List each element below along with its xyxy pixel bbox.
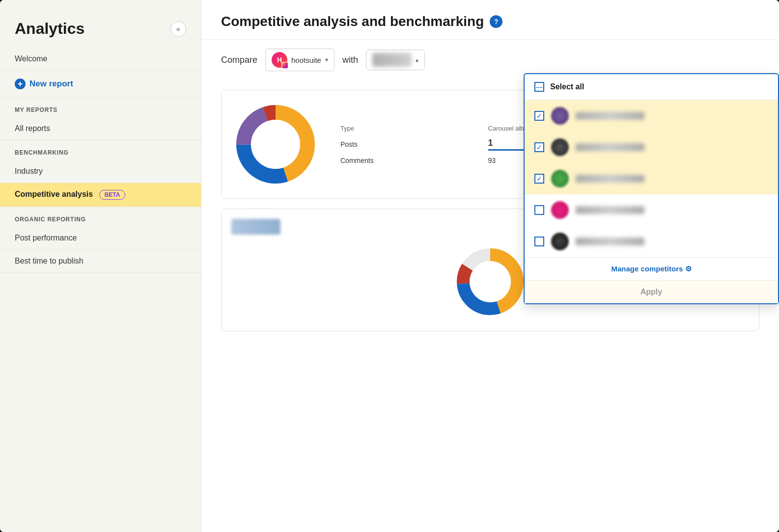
competitor-dropdown: — Select all ✓ ✓ <box>524 73 779 304</box>
checkbox-3[interactable]: ✓ <box>534 174 544 184</box>
with-label: with <box>342 55 358 65</box>
checkbox-4[interactable] <box>534 205 544 215</box>
sidebar-title: Analytics <box>15 20 84 38</box>
select-all-row[interactable]: — Select all <box>525 74 778 100</box>
competitor-avatar-3 <box>551 170 569 187</box>
sidebar-item-competitive-analysis[interactable]: Competitive analysis BETA <box>0 183 201 207</box>
chart-2-blurred-label <box>231 219 280 235</box>
dropdown-item-2[interactable]: ✓ <box>525 132 778 163</box>
svg-point-10 <box>470 261 511 302</box>
sidebar-title-area: Analytics « <box>0 15 201 48</box>
chevron-up-icon: ▴ <box>416 56 418 63</box>
row-label-posts: Posts <box>334 135 482 154</box>
main-content: Competitive analysis and benchmarking ? … <box>201 0 779 532</box>
checkbox-2[interactable]: ✓ <box>534 142 544 152</box>
manage-competitors-label: Manage competitors ⚙ <box>611 265 691 273</box>
col-type: Type <box>334 122 482 135</box>
page-title: Competitive analysis and benchmarking <box>221 14 484 29</box>
dropdown-item-1[interactable]: ✓ <box>525 100 778 132</box>
checkbox-1[interactable]: ✓ <box>534 111 544 121</box>
sidebar-item-new-report[interactable]: + New report <box>0 71 201 98</box>
competitor-avatar-5 <box>551 233 569 250</box>
sidebar-item-all-reports[interactable]: All reports <box>0 117 201 140</box>
sidebar-item-best-time[interactable]: Best time to publish <box>0 250 201 273</box>
competitor-name-1 <box>576 112 768 120</box>
main-header: Competitive analysis and benchmarking ? <box>201 0 779 40</box>
svg-point-5 <box>251 120 300 169</box>
competitor-avatar-4 <box>551 201 569 219</box>
apply-button[interactable]: Apply <box>640 288 662 296</box>
collapse-icon: « <box>176 25 180 33</box>
help-icon[interactable]: ? <box>490 15 502 28</box>
compare-bar: Compare H hootsuite ▾ with ▴ — Select al… <box>201 40 779 80</box>
competitor-name-3 <box>576 175 768 183</box>
new-report-icon: + <box>15 79 26 89</box>
section-header-benchmarking: BENCHMARKING <box>0 140 201 160</box>
competitor-name-4 <box>576 206 768 214</box>
sidebar: Analytics « Welcome + New report MY REPO… <box>0 0 201 532</box>
instagram-badge <box>281 62 288 69</box>
dropdown-items-list: ✓ ✓ ✓ <box>525 100 778 257</box>
apply-button-area: Apply <box>525 280 778 303</box>
account-selector[interactable]: H hootsuite ▾ <box>265 49 334 71</box>
competitor-avatar-blurred <box>372 53 412 67</box>
sidebar-item-post-performance[interactable]: Post performance <box>0 227 201 250</box>
select-all-label: Select all <box>550 82 584 91</box>
donut-chart-2 <box>446 242 534 321</box>
settings-icon: ⚙ <box>685 265 692 273</box>
beta-badge: BETA <box>99 190 126 200</box>
competitor-name-5 <box>576 238 768 245</box>
section-header-organic-reporting: ORGANIC REPORTING <box>0 207 201 227</box>
dropdown-item-5[interactable] <box>525 226 778 257</box>
sidebar-item-industry[interactable]: Industry <box>0 160 201 183</box>
competitor-selector[interactable]: ▴ <box>366 50 425 70</box>
account-avatar: H <box>272 52 287 68</box>
row-label-comments: Comments <box>334 154 482 167</box>
account-name: hootsuite <box>291 56 321 64</box>
checkbox-5[interactable] <box>534 237 544 246</box>
dropdown-item-4[interactable] <box>525 194 778 226</box>
sidebar-navigation: Welcome + New report MY REPORTS All repo… <box>0 48 201 517</box>
collapse-button[interactable]: « <box>170 21 186 37</box>
compare-label: Compare <box>221 55 257 65</box>
section-header-my-reports: MY REPORTS <box>0 98 201 117</box>
sidebar-item-welcome[interactable]: Welcome <box>0 48 201 71</box>
dropdown-item-3[interactable]: ✓ <box>525 163 778 194</box>
competitor-avatar-2 <box>551 138 569 156</box>
donut-chart-1 <box>231 100 320 188</box>
competitor-name-2 <box>576 143 768 151</box>
competitor-avatar-1 <box>551 107 569 125</box>
manage-competitors-link-area[interactable]: Manage competitors ⚙ <box>525 257 778 280</box>
chevron-down-icon: ▾ <box>325 56 328 63</box>
select-all-checkbox[interactable]: — <box>534 82 544 92</box>
